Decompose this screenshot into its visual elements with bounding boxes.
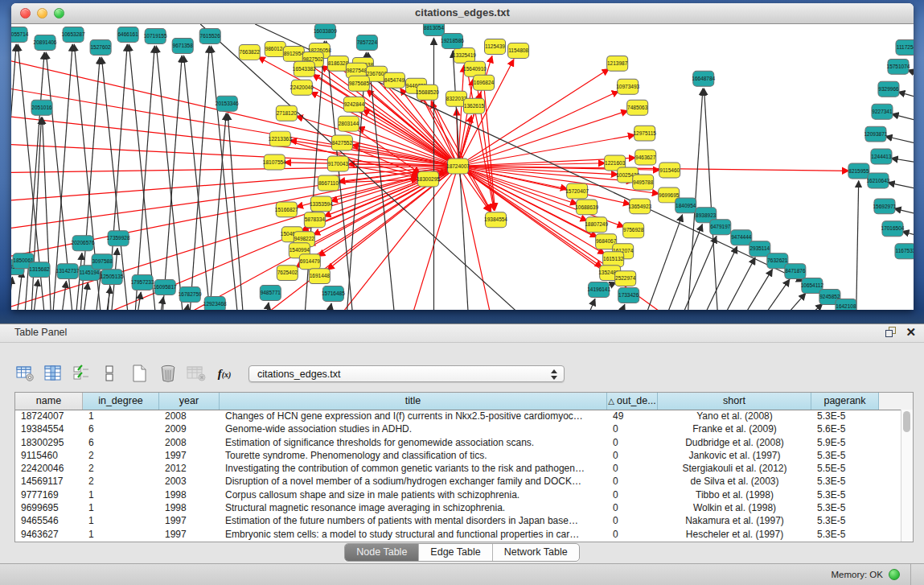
graph-node[interactable]: 1362615: [464, 98, 485, 113]
graph-node[interactable]: 10653287: [62, 27, 85, 42]
table-cell[interactable]: 1: [83, 528, 159, 541]
table-row[interactable]: 1456911722003Disruption of a novel membe…: [15, 475, 901, 488]
table-row[interactable]: 946362711997Embryonic stem cells: a mode…: [15, 528, 901, 541]
table-cell[interactable]: Wolkin et al. (1998): [658, 501, 811, 514]
table-cell[interactable]: 1: [83, 514, 159, 527]
graph-node[interactable]: 8427552: [331, 135, 352, 150]
table-cell[interactable]: Corpus callosum shape and size in male p…: [220, 488, 607, 501]
graph-node[interactable]: 1615132: [603, 252, 624, 267]
graph-node[interactable]: 9756928: [623, 223, 644, 238]
table-cell[interactable]: Estimation of the future numbers of pati…: [220, 514, 607, 527]
table-cell[interactable]: 5.3E-5: [811, 410, 879, 422]
graph-node[interactable]: 16543382: [293, 61, 316, 76]
graph-node[interactable]: 1840954: [676, 198, 696, 213]
graph-node[interactable]: 6914479: [299, 254, 320, 270]
table-cell[interactable]: 5.9E-5: [811, 436, 879, 449]
table-row[interactable]: 2242004622012Investigating the contribut…: [15, 462, 901, 475]
table-cell[interactable]: Estimation of significance thresholds fo…: [220, 436, 607, 449]
table-cell[interactable]: 2008: [159, 410, 220, 422]
graph-node[interactable]: 13142737: [56, 264, 80, 279]
graph-node[interactable]: 16033809: [314, 24, 337, 39]
delete-trash-icon[interactable]: [158, 363, 179, 384]
table-cell[interactable]: 5.3E-5: [811, 501, 879, 514]
table-cell[interactable]: 0: [607, 528, 658, 541]
graph-node[interactable]: 16648784: [692, 71, 715, 86]
graph-node[interactable]: 1244413: [871, 149, 892, 164]
graph-node[interactable]: 16210643: [867, 173, 890, 188]
graph-node[interactable]: 2718120: [276, 105, 297, 121]
table-cell[interactable]: 2008: [159, 436, 220, 449]
graph-node[interactable]: 9115460: [659, 163, 680, 178]
table-cell[interactable]: 2: [83, 449, 159, 462]
float-panel-icon[interactable]: [885, 327, 896, 337]
graph-node[interactable]: 9875685: [348, 76, 369, 91]
graph-node[interactable]: 1315682: [29, 262, 50, 278]
table-cell[interactable]: 0: [607, 501, 658, 514]
graph-node[interactable]: 12923468: [203, 297, 227, 310]
window-titlebar[interactable]: citations_edges.txt: [11, 3, 914, 24]
graph-node[interactable]: 10688639: [575, 200, 598, 215]
table-cell[interactable]: 1: [83, 488, 159, 501]
table-cell[interactable]: 1: [83, 410, 159, 422]
table-cell[interactable]: 5.3E-5: [811, 449, 879, 462]
graph-node[interactable]: 2935114: [749, 241, 770, 257]
table-cell[interactable]: Changes of HCN gene expression and I(f) …: [220, 410, 607, 422]
table-cell[interactable]: 49: [607, 410, 658, 422]
graph-node[interactable]: 1117254: [896, 39, 914, 55]
graph-node[interactable]: 8186328: [327, 56, 348, 71]
table-row[interactable]: 1830029562008Estimation of significance …: [15, 436, 901, 449]
column-header-short[interactable]: short: [658, 393, 811, 410]
graph-node[interactable]: 8471876: [785, 264, 806, 279]
graph-node[interactable]: 15720407: [565, 183, 589, 199]
table-cell[interactable]: 2003: [159, 475, 220, 488]
graph-node[interactable]: 9860124: [265, 41, 285, 56]
table-cell[interactable]: Jankovic et al. (1997): [658, 449, 811, 462]
network-view[interactable]: 1872400718300295193845547663822986012489…: [11, 24, 914, 310]
graph-node[interactable]: 10719155: [144, 28, 167, 43]
table-cell[interactable]: Franke et al. (2009): [658, 422, 811, 435]
graph-node[interactable]: 18724007: [446, 159, 470, 174]
graph-node[interactable]: 1527602: [90, 39, 111, 55]
table-cell[interactable]: 2: [83, 475, 159, 488]
table-cell[interactable]: 5.3E-5: [811, 475, 879, 488]
graph-node[interactable]: 18300295: [417, 171, 440, 187]
table-cell[interactable]: 9465546: [15, 514, 83, 527]
table-cell[interactable]: 9115460: [15, 449, 83, 462]
graph-node[interactable]: 9242844: [343, 97, 364, 112]
table-cell[interactable]: Tibbo et al. (1998): [658, 488, 811, 501]
graph-node[interactable]: 15751074: [887, 59, 910, 74]
graph-node[interactable]: 14055714: [11, 27, 29, 42]
graph-node[interactable]: 8454749: [384, 72, 405, 88]
graph-node[interactable]: 8912954: [283, 46, 304, 61]
table-row[interactable]: 977716911998Corpus callosum shape and si…: [15, 488, 901, 501]
table-cell[interactable]: 0: [607, 436, 658, 449]
table-cell[interactable]: 18300295: [15, 436, 83, 449]
column-header-title[interactable]: title: [220, 393, 607, 410]
table-cell[interactable]: 2: [83, 462, 159, 475]
table-cell[interactable]: 5.5E-5: [811, 462, 879, 475]
graph-node[interactable]: 20206576: [72, 236, 95, 251]
graph-node[interactable]: 9170043: [327, 156, 348, 171]
table-cell[interactable]: 1997: [159, 514, 220, 527]
graph-node[interactable]: 12213363: [269, 131, 292, 146]
table-cell[interactable]: 1998: [159, 501, 220, 514]
table-cell[interactable]: 0: [607, 488, 658, 501]
graph-node[interactable]: 6479197: [710, 220, 731, 235]
table-cell[interactable]: Embryonic stem cells: a model to study s…: [220, 528, 607, 541]
table-row[interactable]: 1872400712008Changes of HCN gene express…: [15, 410, 901, 422]
vertical-scrollbar[interactable]: [901, 410, 913, 542]
table-cell[interactable]: 1997: [159, 528, 220, 541]
table-cell[interactable]: Nakamura et al. (1997): [658, 514, 811, 527]
tab-network-table[interactable]: Network Table: [493, 544, 579, 561]
table-row[interactable]: 969969511998Structural magnetic resonanc…: [15, 501, 901, 514]
close-panel-icon[interactable]: ✕: [906, 326, 916, 338]
graph-node[interactable]: 20891406: [34, 35, 57, 50]
graph-node[interactable]: 5878334: [304, 212, 325, 228]
column-header-pagerank[interactable]: pagerank: [811, 393, 879, 410]
graph-node[interactable]: 15716485: [322, 286, 345, 302]
table-cell[interactable]: 0: [607, 422, 658, 435]
graph-node[interactable]: 1691448: [309, 269, 330, 284]
graph-node[interactable]: 16782759: [179, 287, 202, 303]
graph-node[interactable]: 8813054: [423, 24, 444, 35]
graph-node[interactable]: 15166827: [275, 202, 298, 217]
